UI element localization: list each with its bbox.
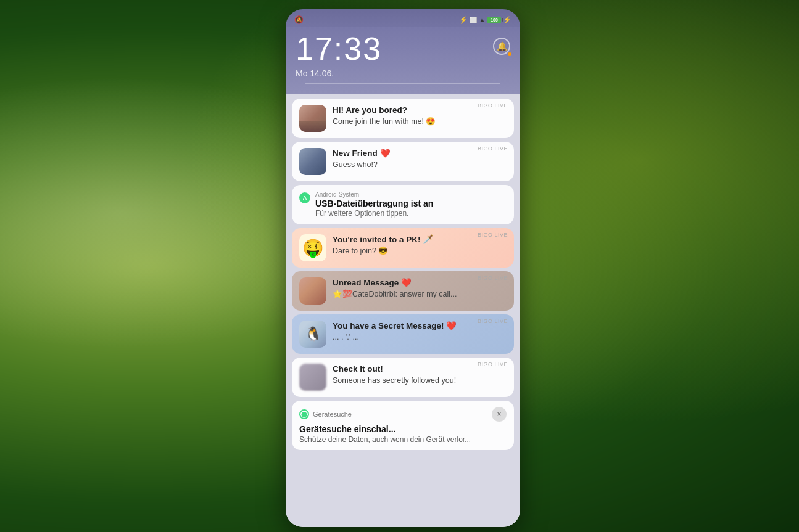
clock-time: 17:33 <box>296 33 382 65</box>
bigo-label-4: BIGO LIVE <box>478 232 508 238</box>
geratesuche-title: Gerätesuche einschal... <box>299 424 507 434</box>
clock-date: Mo 14.06. <box>296 68 382 78</box>
notif-content-3: Android-System USB-Dateiübertragung ist … <box>315 191 507 218</box>
geratesuche-body: Schütze deine Daten, auch wenn dein Gerä… <box>299 435 507 444</box>
avatar-1 <box>299 105 326 132</box>
bigo-label-5: BIGO LIVE <box>478 275 508 281</box>
bigo-label-6: BIGO LIVE <box>478 318 508 324</box>
notification-card-4[interactable]: BIGO LIVE 🤑 You're invited to a PK! 🗡️ D… <box>292 228 514 268</box>
sim-icon: ⬜ <box>470 17 477 23</box>
bell-icon: 🔔 <box>497 41 507 51</box>
notification-card-1[interactable]: BIGO LIVE Hi! Are you bored? Come join t… <box>292 99 514 138</box>
notification-card-5[interactable]: BIGO LIVE Unread Message ❤️ ⭐💯CateDobltr… <box>292 271 514 311</box>
notif-body-5: ⭐💯CateDobltrbl: answer my call... <box>333 289 507 299</box>
status-left: 🔕 <box>294 15 304 24</box>
status-right: ⚡ ⬜ ▲ 100 ⚡ <box>459 16 511 24</box>
geratesuche-title-row: ⬤ Gerätesuche <box>299 409 352 419</box>
phone-panel: 🔕 ⚡ ⬜ ▲ 100 ⚡ 17:33 Mo 14.06. 🔔 <box>286 9 520 527</box>
status-bar: 🔕 ⚡ ⬜ ▲ 100 ⚡ <box>286 9 520 27</box>
charging-icon: ⚡ <box>503 16 511 24</box>
geratesuche-app-label: Gerätesuche <box>313 411 352 418</box>
clock-section: 17:33 Mo 14.06. 🔔 <box>286 27 520 94</box>
notif-body-3: Für weitere Optionen tippen. <box>315 209 507 218</box>
clock-row: 17:33 Mo 14.06. 🔔 <box>296 33 510 78</box>
notifications-container: BIGO LIVE Hi! Are you bored? Come join t… <box>286 94 520 527</box>
clock-divider <box>305 83 500 84</box>
notification-dot <box>508 52 511 56</box>
battery-icon: 100 <box>487 17 501 23</box>
avatar-2 <box>299 148 326 175</box>
notification-settings-button[interactable]: 🔔 <box>493 38 510 55</box>
bluetooth-icon: ⚡ <box>459 16 468 24</box>
android-icon: A <box>299 192 310 203</box>
avatar-5 <box>299 277 326 305</box>
geratesuche-card[interactable]: ⬤ Gerätesuche × Gerätesuche einschal... … <box>292 401 514 450</box>
notification-card-2[interactable]: BIGO LIVE New Friend ❤️ Guess who!? <box>292 142 514 181</box>
avatar-7 <box>299 364 326 391</box>
notification-card-6[interactable]: BIGO LIVE 🐧 You have a Secret Message! ❤… <box>292 314 514 354</box>
clock-block: 17:33 Mo 14.06. <box>296 33 382 78</box>
avatar-6: 🐧 <box>299 321 326 348</box>
bigo-label-7: BIGO LIVE <box>478 361 508 367</box>
notif-body-4: Dare to join? 😎 <box>333 246 507 256</box>
notif-title-3: USB-Dateiübertragung ist an <box>315 198 507 208</box>
notification-bell-status: 🔕 <box>294 15 304 24</box>
geratesuche-icon: ⬤ <box>299 409 309 419</box>
geratesuche-header: ⬤ Gerätesuche × <box>299 407 507 422</box>
notification-card-3[interactable]: A Android-System USB-Dateiübertragung is… <box>292 185 514 224</box>
notification-bell-wrap[interactable]: 🔔 <box>493 33 510 55</box>
notif-body-6: ... . '.' ... <box>333 332 507 342</box>
notification-card-7[interactable]: BIGO LIVE Check it out! Someone has secr… <box>292 358 514 397</box>
wifi-icon: ▲ <box>479 16 486 23</box>
geratesuche-close-button[interactable]: × <box>492 407 507 422</box>
bigo-label-2: BIGO LIVE <box>478 145 508 152</box>
notif-body-7: Someone has secretly followed you! <box>333 375 507 385</box>
bigo-label-1: BIGO LIVE <box>478 102 508 108</box>
notif-body-2: Guess who!? <box>333 160 507 170</box>
notif-source-3: Android-System <box>315 191 507 198</box>
notif-body-1: Come join the fun with me! 😍 <box>333 117 507 126</box>
avatar-4: 🤑 <box>299 234 326 261</box>
